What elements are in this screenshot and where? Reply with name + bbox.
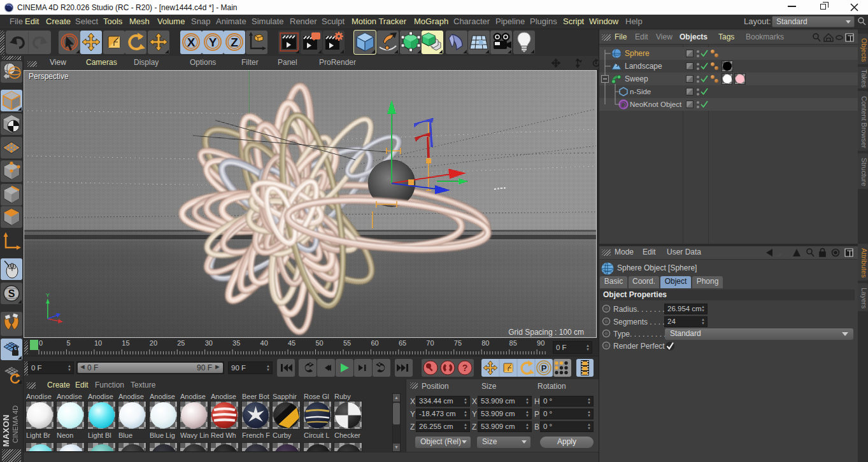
svg-text:Y: Y: [209, 36, 217, 49]
svg-text:Z: Z: [231, 36, 238, 49]
svg-text:40: 40: [260, 339, 268, 347]
svg-text:50: 50: [316, 339, 324, 347]
svg-text:X: X: [187, 36, 196, 49]
svg-text:Grid Spacing : 100 cm: Grid Spacing : 100 cm: [508, 328, 584, 337]
svg-text:25: 25: [177, 339, 185, 347]
svg-text:70: 70: [426, 339, 434, 347]
svg-text:30: 30: [205, 339, 213, 347]
svg-text:65: 65: [399, 339, 406, 347]
svg-text:90: 90: [537, 339, 544, 347]
svg-text:Y: Y: [46, 292, 50, 298]
svg-text:5: 5: [66, 339, 70, 347]
svg-text:10: 10: [94, 339, 102, 347]
svg-text:P: P: [541, 363, 547, 373]
svg-text:45: 45: [288, 339, 295, 347]
svg-text:75: 75: [454, 339, 462, 347]
svg-text:Perspective: Perspective: [29, 72, 69, 81]
svg-text:20: 20: [150, 339, 157, 347]
svg-text:60: 60: [371, 339, 378, 347]
svg-text:35: 35: [232, 339, 240, 347]
svg-text:85: 85: [509, 339, 517, 347]
svg-text:15: 15: [122, 339, 129, 347]
svg-text:?: ?: [462, 363, 468, 373]
svg-text:0: 0: [39, 339, 43, 347]
svg-text:80: 80: [481, 339, 489, 347]
svg-text:S: S: [8, 288, 15, 299]
svg-text:55: 55: [343, 339, 351, 347]
